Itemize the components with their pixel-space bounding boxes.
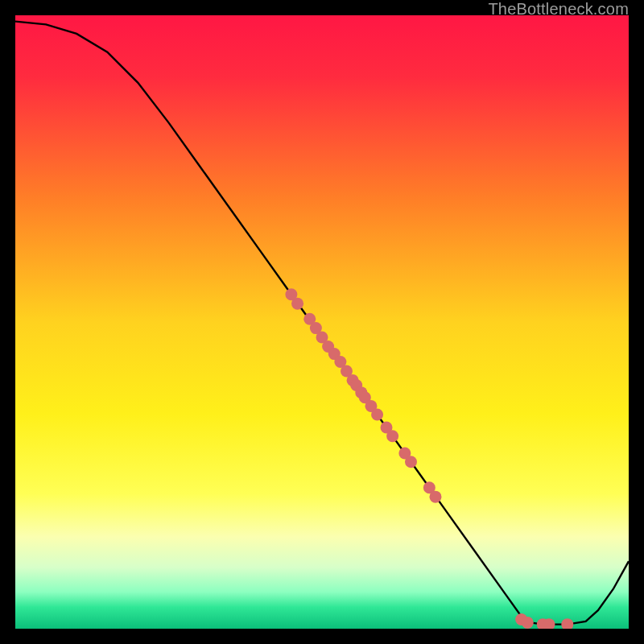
background-gradient xyxy=(15,15,629,629)
data-marker xyxy=(522,617,534,629)
data-marker xyxy=(405,456,417,468)
data-marker xyxy=(429,491,441,503)
chart-frame xyxy=(15,15,629,629)
chart-canvas xyxy=(15,15,629,629)
watermark-text: TheBottleneck.com xyxy=(488,0,629,19)
data-marker xyxy=(386,430,398,442)
data-marker xyxy=(371,409,383,421)
data-marker xyxy=(291,298,303,310)
